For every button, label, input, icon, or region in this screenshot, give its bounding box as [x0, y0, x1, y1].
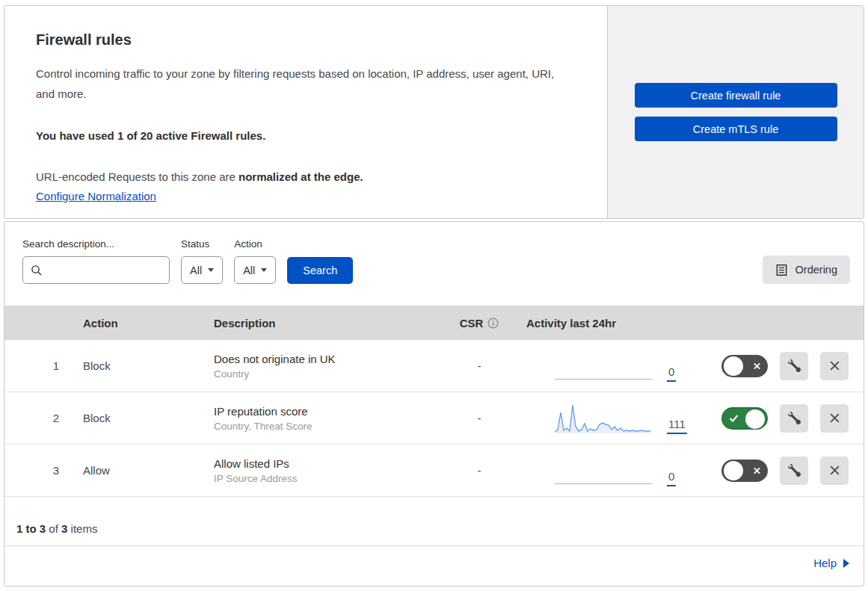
activity-count-link[interactable]: 111	[667, 418, 687, 434]
edit-rule-button[interactable]	[780, 352, 808, 380]
firewall-overview-card: Firewall rules Control incoming traffic …	[4, 5, 864, 219]
usage-summary: You have used 1 of 20 active Firewall ru…	[36, 129, 574, 142]
rule-enabled-toggle[interactable]	[721, 460, 768, 482]
header-csr: CSR	[460, 317, 499, 329]
filter-controls: Search description... Status All	[22, 238, 353, 284]
x-icon	[828, 359, 841, 372]
create-firewall-rule-button[interactable]: Create firewall rule	[635, 83, 837, 108]
activity-count-link[interactable]: 0	[667, 471, 676, 486]
status-filter-label: Status	[181, 238, 223, 250]
activity-sparkline-flat	[555, 350, 652, 382]
toggle-knob	[724, 461, 743, 480]
ordering-button-label: Ordering	[795, 264, 837, 276]
help-link[interactable]: Help	[813, 557, 849, 569]
search-icon	[31, 264, 43, 276]
chevron-down-icon	[208, 268, 214, 272]
rule-fields: Country	[214, 368, 438, 380]
x-icon	[828, 464, 841, 477]
table-row: 1 Block Does not originate in UK Country…	[4, 340, 864, 392]
toggle-knob	[745, 409, 765, 429]
help-row: Help	[4, 546, 864, 580]
edit-rule-button[interactable]	[780, 404, 808, 433]
normalization-note: URL-encoded Requests to this zone are no…	[36, 170, 574, 183]
rules-list-card: Search description... Status All	[4, 221, 864, 587]
search-input-wrapper[interactable]	[22, 256, 170, 284]
header-action: Action	[83, 317, 214, 329]
rule-priority: 3	[4, 464, 83, 477]
toggle-check-icon	[729, 414, 739, 422]
create-mtls-rule-button[interactable]: Create mTLS rule	[635, 117, 837, 141]
action-filter-value: All	[243, 264, 255, 276]
activity-sparkline-flat	[555, 455, 652, 486]
ordering-list-icon	[775, 264, 788, 276]
rule-description: Does not originate in UK	[214, 353, 438, 365]
rule-fields: Country, Threat Score	[214, 421, 438, 432]
table-row: 3 Allow Allow listed IPs IP Source Addre…	[4, 445, 864, 497]
search-input[interactable]	[48, 264, 161, 277]
search-button[interactable]: Search	[287, 257, 353, 284]
edit-rule-button[interactable]	[780, 457, 808, 485]
header-activity: Activity last 24hr	[520, 317, 707, 329]
table-header: Action Description CSR Activity last 24h…	[4, 306, 864, 340]
rule-fields: IP Source Address	[214, 473, 438, 484]
right-arrow-icon	[843, 559, 849, 568]
rule-priority: 1	[4, 359, 83, 372]
normalization-text: URL-encoded Requests to this zone are	[36, 170, 238, 183]
action-filter-label: Action	[234, 238, 276, 250]
info-icon[interactable]	[487, 318, 499, 329]
rule-enabled-toggle[interactable]	[721, 355, 768, 377]
filter-bar: Search description... Status All	[4, 222, 864, 306]
wrench-icon	[788, 464, 801, 477]
toggle-x-icon	[753, 362, 761, 370]
actions-panel: Create firewall rule Create mTLS rule	[607, 6, 864, 218]
search-label: Search description...	[22, 238, 170, 250]
rule-csr: -	[438, 412, 520, 424]
x-icon	[828, 412, 841, 424]
page-description: Control incoming traffic to your zone by…	[36, 64, 574, 104]
toggle-knob	[724, 356, 743, 376]
firewall-rules-page: Firewall rules Control incoming traffic …	[0, 0, 868, 591]
rule-action: Block	[83, 412, 214, 424]
action-filter-select[interactable]: All	[234, 256, 276, 284]
chevron-down-icon	[261, 268, 267, 272]
activity-sparkline	[555, 403, 652, 434]
items-range: 1 to 3	[16, 522, 46, 535]
configure-normalization-link[interactable]: Configure Normalization	[36, 190, 156, 202]
rule-action: Block	[83, 359, 214, 372]
wrench-icon	[788, 412, 801, 424]
ordering-button[interactable]: Ordering	[763, 256, 850, 284]
header-description: Description	[214, 317, 438, 329]
rule-enabled-toggle[interactable]	[721, 407, 768, 430]
delete-rule-button[interactable]	[820, 352, 849, 380]
rule-priority: 2	[4, 412, 83, 424]
wrench-icon	[788, 359, 801, 372]
page-title: Firewall rules	[36, 31, 574, 49]
status-filter-select[interactable]: All	[181, 256, 223, 284]
status-filter-value: All	[190, 264, 202, 276]
rule-description: Allow listed IPs	[214, 457, 438, 470]
delete-rule-button[interactable]	[820, 457, 849, 485]
table-row: 2 Block IP reputation score Country, Thr…	[4, 392, 864, 445]
rule-csr: -	[438, 359, 520, 372]
toggle-x-icon	[753, 466, 761, 474]
activity-count-link[interactable]: 0	[667, 366, 676, 382]
rule-action: Allow	[83, 464, 214, 477]
rule-csr: -	[438, 464, 520, 477]
rule-description: IP reputation score	[214, 405, 438, 418]
normalization-bold: normalized at the edge.	[238, 170, 363, 183]
delete-rule-button[interactable]	[820, 404, 849, 433]
pagination-summary: 1 to 3 of 3 items	[4, 497, 864, 546]
items-total: 3	[61, 522, 67, 535]
overview-text-block: Firewall rules Control incoming traffic …	[4, 6, 607, 218]
